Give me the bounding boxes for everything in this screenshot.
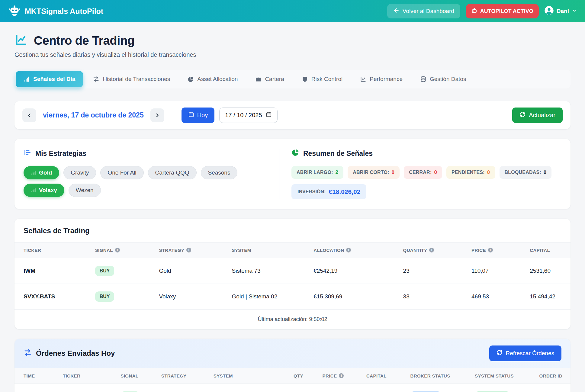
badge-value: 0 bbox=[434, 169, 437, 175]
investment-value: €18.026,02 bbox=[329, 188, 360, 195]
cell-capital: 2531,60 bbox=[524, 258, 571, 284]
calendar-icon bbox=[188, 111, 194, 119]
tab-label: Cartera bbox=[265, 76, 284, 82]
summary-badge-abrir-largo: ABRIR LARGO:2 bbox=[291, 166, 343, 179]
badge-value: 0 bbox=[392, 169, 395, 175]
table-row: IWMBUYGoldSistema 73€2542,1923110,072531… bbox=[14, 258, 571, 284]
trading-center-icon bbox=[14, 33, 28, 48]
col-price: PRICEi bbox=[317, 368, 360, 384]
summary-badge-cerrar: CERRAR:0 bbox=[404, 166, 442, 179]
swap-icon bbox=[24, 349, 32, 358]
chevron-down-icon bbox=[572, 8, 577, 15]
summary-badge-pendientes: PENDIENTES:0 bbox=[446, 166, 495, 179]
swap-icon bbox=[93, 76, 99, 82]
signal-badge: BUY bbox=[95, 291, 114, 302]
orders-table: TIMETICKERSIGNALSTRATEGYSYSTEMQTYPRICEiC… bbox=[14, 368, 571, 392]
info-icon[interactable]: i bbox=[429, 248, 434, 252]
cell-system: Gold | Sistema 02 bbox=[226, 284, 308, 310]
robot-icon bbox=[471, 7, 477, 15]
col-time: TIME bbox=[14, 368, 57, 384]
cell-capital: 15.494,42 bbox=[524, 284, 571, 310]
user-menu[interactable]: Dani bbox=[544, 6, 577, 17]
col-signal: SIGNALi bbox=[89, 243, 153, 258]
last-update-text: Última actualización: 9:50:02 bbox=[14, 310, 571, 329]
cell-system: CEF bbox=[207, 384, 288, 392]
col-qty: QTY bbox=[288, 368, 317, 384]
cell-ticker: SVXY.BATS bbox=[14, 284, 89, 310]
orders-header-band: Órdenes Enviadas Hoy Refrescar Órdenes bbox=[14, 339, 571, 368]
strategy-pill-seasons[interactable]: Seasons bbox=[201, 166, 238, 179]
cell-strategy: Gold bbox=[153, 258, 226, 284]
bar-chart-icon bbox=[24, 76, 30, 82]
col-system_status: SYSTEM STATUS bbox=[469, 368, 533, 384]
table-row: 15:29IWMBUYSeasonsCEF36424,9115.296,70PE… bbox=[14, 384, 571, 392]
tab-label: Historial de Transacciones bbox=[103, 76, 170, 82]
strategy-pill-wezen[interactable]: Wezen bbox=[69, 184, 101, 197]
info-icon[interactable]: i bbox=[186, 248, 191, 252]
app-header: MKTSignals AutoPilot Volver al Dashboard… bbox=[0, 0, 585, 22]
summary-badge-abrir-corto: ABRIR CORTO:0 bbox=[348, 166, 400, 179]
refresh-icon bbox=[519, 111, 526, 119]
previous-day-button[interactable] bbox=[22, 108, 36, 122]
strategy-pill-gold[interactable]: Gold bbox=[24, 166, 59, 179]
signals-table: TICKERSIGNALiSTRATEGYiSYSTEMALLOCATIONiQ… bbox=[14, 242, 571, 310]
strategy-label: One For All bbox=[108, 169, 136, 176]
cell-allocation: €2542,19 bbox=[307, 258, 397, 284]
refresh-signals-button[interactable]: Actualizar bbox=[512, 108, 563, 123]
cell-capital: 15.296,70 bbox=[360, 384, 404, 392]
strategy-pills: GoldGravityOne For AllCartera QQQSeasons… bbox=[24, 166, 279, 197]
investment-badge: INVERSIÓN: €18.026,02 bbox=[291, 184, 366, 199]
info-icon[interactable]: i bbox=[339, 373, 344, 378]
tab-gestion-datos[interactable]: Gestión Datos bbox=[412, 71, 474, 87]
strategy-label: Gravity bbox=[71, 169, 89, 176]
database-icon bbox=[420, 76, 426, 82]
next-day-button[interactable] bbox=[150, 108, 164, 122]
strategy-label: Cartera QQQ bbox=[155, 169, 189, 176]
strategy-label: Gold bbox=[39, 169, 52, 176]
summary-badge-bloqueadas: BLOQUEADAS:0 bbox=[500, 166, 552, 179]
signals-table-title: Señales de Trading bbox=[14, 219, 571, 242]
back-to-dashboard-button[interactable]: Volver al Dashboard bbox=[387, 4, 460, 18]
strategy-pill-gravity[interactable]: Gravity bbox=[63, 166, 96, 179]
date-input[interactable]: 17 / 10 / 2025 bbox=[219, 108, 277, 123]
col-order_id: ORDER ID bbox=[533, 368, 571, 384]
cell-system_status: EXECUTED bbox=[469, 384, 533, 392]
tab-historial-de-transacciones[interactable]: Historial de Transacciones bbox=[85, 71, 178, 87]
date-navigation-bar: viernes, 17 de octubre de 2025 Hoy 17 / … bbox=[14, 101, 571, 129]
cell-order_id: EX183247 bbox=[533, 384, 571, 392]
col-system: SYSTEM bbox=[207, 368, 288, 384]
tab-risk-control[interactable]: Risk Control bbox=[294, 71, 350, 87]
today-button[interactable]: Hoy bbox=[182, 108, 215, 123]
col-allocation: ALLOCATIONi bbox=[307, 243, 397, 258]
calendar-icon[interactable] bbox=[266, 111, 272, 119]
col-ticker: TICKER bbox=[57, 368, 114, 384]
cell-system: Sistema 73 bbox=[226, 258, 308, 284]
cell-price: 110,07 bbox=[465, 258, 524, 284]
line-chart-icon bbox=[360, 76, 366, 82]
refresh-icon bbox=[497, 350, 502, 357]
main-tabs: Señales del DíaHistorial de Transaccione… bbox=[14, 70, 571, 88]
refresh-orders-button[interactable]: Refrescar Órdenes bbox=[489, 345, 561, 361]
cell-strategy: Volaxy bbox=[153, 284, 226, 310]
strategy-pill-cartera-qqq[interactable]: Cartera QQQ bbox=[148, 166, 197, 179]
cell-qty: 36 bbox=[288, 384, 317, 392]
summary-badges: ABRIR LARGO:2ABRIR CORTO:0CERRAR:0PENDIE… bbox=[291, 166, 561, 179]
arrow-left-icon bbox=[393, 7, 400, 15]
page-title: Centro de Trading bbox=[34, 34, 135, 47]
tab-senales-del-dia[interactable]: Señales del Día bbox=[16, 71, 83, 87]
info-icon[interactable]: i bbox=[346, 248, 351, 252]
tab-performance[interactable]: Performance bbox=[352, 71, 410, 87]
info-icon[interactable]: i bbox=[488, 248, 493, 252]
chevron-right-icon bbox=[154, 112, 160, 118]
strategy-pill-one-for-all[interactable]: One For All bbox=[100, 166, 143, 179]
autopilot-status-button[interactable]: AUTOPILOT ACTIVO bbox=[466, 4, 539, 18]
current-date-label: viernes, 17 de octubre de 2025 bbox=[43, 111, 144, 119]
cell-signal: BUY bbox=[114, 384, 155, 392]
strategy-label: Volaxy bbox=[39, 187, 57, 194]
tab-asset-allocation[interactable]: Asset Allocation bbox=[180, 71, 246, 87]
info-icon[interactable]: i bbox=[115, 248, 120, 252]
cell-quantity: 33 bbox=[397, 284, 465, 310]
tab-cartera[interactable]: Cartera bbox=[247, 71, 292, 87]
tab-label: Señales del Día bbox=[33, 76, 75, 82]
strategy-pill-volaxy[interactable]: Volaxy bbox=[24, 184, 64, 197]
